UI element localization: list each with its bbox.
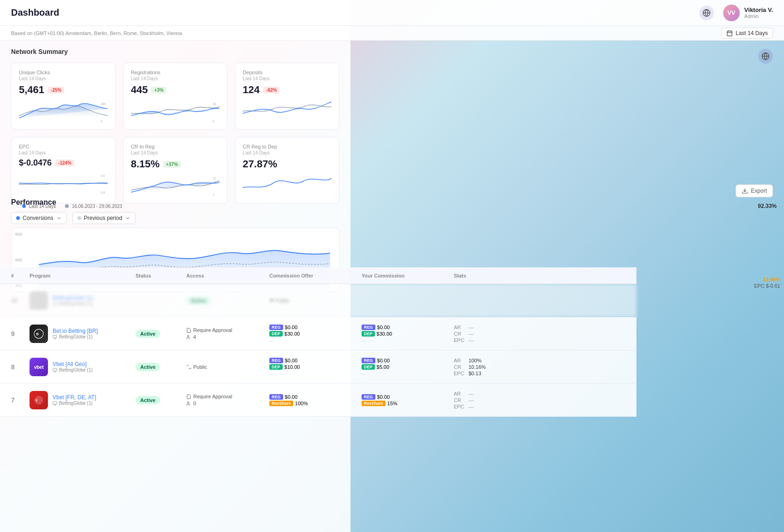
metric-unique-clicks: Unique Clicks Last 14 Days 5,461 -25% [11,63,116,130]
metric-value-row-reg: 445 +3% [131,84,220,96]
svg-rect-24 [53,368,57,371]
tag-reg-yours-7: REG [362,394,375,400]
programs-table: # Program Status Access Commission Offer… [0,267,636,417]
program-name-7[interactable]: Vbet [FR, DE, AT] [53,394,96,401]
status-7: Active [136,396,160,404]
metric-value-epc: $-0.0476 [19,158,52,168]
metric-registrations: Registrations Last 14 Days 445 +3% 80 [123,63,228,130]
row-num-blurred: 10 [11,297,30,304]
col-header-program: Program [30,273,136,278]
performance-controls: Conversions Previous period [11,212,339,224]
table-row-7: 7 V Vbet [FR, DE, AT] BettingGlobe (1) A… [0,384,636,417]
metric-sublabel-cr-reg: Last 14 Days [131,150,220,155]
svg-rect-29 [53,402,57,404]
mini-chart-cr-reg-dep [243,174,332,197]
metric-epc: EPC Last 14 Days $-0.0476 -124% 0.0 -0.8 [11,137,116,204]
metric-value-cr-reg-dep: 27.87% [243,158,277,170]
mini-chart-reg: 80 0 [131,100,220,123]
commission-offer-9: REG $0.00 DEP $30.00 ... [269,325,362,343]
program-name-blurred: BettingGlobe (1) [53,295,93,301]
timezone-text: Based on (GMT+01:00) Amsterdam, Berlin, … [11,30,182,36]
metric-sublabel-epc: Last 14 Days [19,150,108,155]
access-info-9: Require Approval 4 [186,327,269,340]
metrics-grid: Unique Clicks Last 14 Days 5,461 -25% [11,63,339,204]
metric-label-cr-reg: CR to Reg [131,144,220,149]
export-button[interactable]: Export [736,184,773,197]
metric-cr-reg: CR to Reg Last 14 Days 8.15% +37% 12 [123,137,228,204]
program-name-8[interactable]: Vbet [All Geo] [53,361,93,367]
performance-header: Performance [11,198,339,207]
metric-sublabel-clicks: Last 14 Days [19,76,108,81]
metric-badge-cr-reg: +37% [163,161,181,168]
svg-text:V: V [36,398,38,402]
conversions-dropdown[interactable]: Conversions [11,212,67,224]
program-logo-7: V [30,391,48,409]
metric-value-row-cr-reg-dep: 27.87% [243,158,332,170]
tag-reg-offer-8: REG [269,358,283,363]
conversions-dot [16,216,20,220]
user-role: Admin [744,13,773,19]
table-header: # Program Status Access Commission Offer… [0,267,636,284]
svg-text:0: 0 [101,119,102,123]
metric-label-cr-reg-dep: CR Reg to Dep [243,144,332,149]
globe-icon[interactable] [699,6,714,20]
your-commission-9: REG $0.00 DEP $30.00 ... [362,325,454,343]
tag-dep-offer-9: DEP [269,331,283,337]
table-row-8: 8 vbet Vbet [All Geo] BettingGlobe (1) A… [0,350,636,384]
svg-text:B: B [36,332,39,336]
status-8: Active [136,363,160,371]
mini-chart-cr-reg: 12 0 [131,174,220,197]
tag-dep-offer-8: DEP [269,364,283,370]
svg-rect-2 [727,31,732,36]
row-num-8: 8 [11,363,30,371]
mini-chart-epc: 0.0 -0.8 [19,171,108,195]
tag-revshare-offer-7: RevShare [269,401,293,406]
metric-value-row-dep: 124 -62% [243,84,332,96]
commission-offer-7: REG $0.00 RevShare 100% [269,394,362,406]
program-info-9: B Bet.io Betting [BR] BettingGlobe (1) [30,325,136,343]
y-label-800: 800 [15,232,22,236]
metric-badge-epc: -124% [55,160,74,166]
program-logo-8: vbet [30,358,48,376]
metric-deposits: Deposits Last 14 Days 124 -62% [235,63,339,130]
program-name-9[interactable]: Bet.io Betting [BR] [53,328,98,334]
col-header-commission-offer: Commission Offer [269,273,362,278]
date-range-button[interactable]: Last 14 Days [721,28,773,39]
tag-reg-yours-9: REG [362,325,375,330]
metric-badge-dep: -62% [263,87,279,94]
table-row-9: 9 B Bet.io Betting [BR] BettingGlobe (1)… [0,317,636,350]
right-epc-val: EPC $-0.61 [754,283,780,289]
user-info: Viktoria V. Admin [744,6,773,19]
tag-reg-offer-9: REG [269,325,283,330]
previous-period-dropdown[interactable]: Previous period [72,212,136,224]
stats-8: AR 100% CR 10.16% EPC $0.13 [454,358,546,376]
previous-period-dot [77,216,81,220]
mini-chart-clicks: 300 0 [19,100,108,123]
user-profile[interactable]: VV Viktoria V. Admin [723,5,773,21]
row-num-9: 9 [11,330,30,337]
metric-sublabel-cr-reg-dep: Last 14 Days [243,150,332,155]
right-globe-icon[interactable] [758,49,773,64]
performance-title: Performance [11,198,56,207]
y-label-600: 600 [15,258,22,262]
header-right: VV Viktoria V. Admin [699,5,773,21]
commission-offer-8: REG $0.00 DEP $10.00 ... [269,358,362,376]
right-side-stats: 92.33% [758,203,777,209]
your-commission-7: REG $0.00 RevShare 15% [362,394,454,406]
tag-reg-yours-8: REG [362,358,375,363]
network-summary-title: Network Summary [11,48,339,55]
program-brand-blurred: BettingGlobe (1) [53,301,93,306]
metric-value-row-cr-reg: 8.15% +37% [131,158,220,170]
program-brand-7: BettingGlobe (1) [53,401,96,406]
metric-badge-clicks: -25% [48,87,64,94]
app-header: Dashboard VV Viktoria V. Admin [0,0,784,26]
row-num-7: 7 [11,396,30,404]
metric-label-dep: Deposits [243,70,332,75]
metric-label-reg: Registrations [131,70,220,75]
svg-text:0: 0 [213,119,214,123]
col-header-access: Access [186,273,269,278]
svg-text:12: 12 [213,176,216,180]
status-active-blurred: Active [186,296,211,305]
svg-text:0: 0 [213,193,214,196]
access-info-7: Require Approval 0 [186,394,269,406]
